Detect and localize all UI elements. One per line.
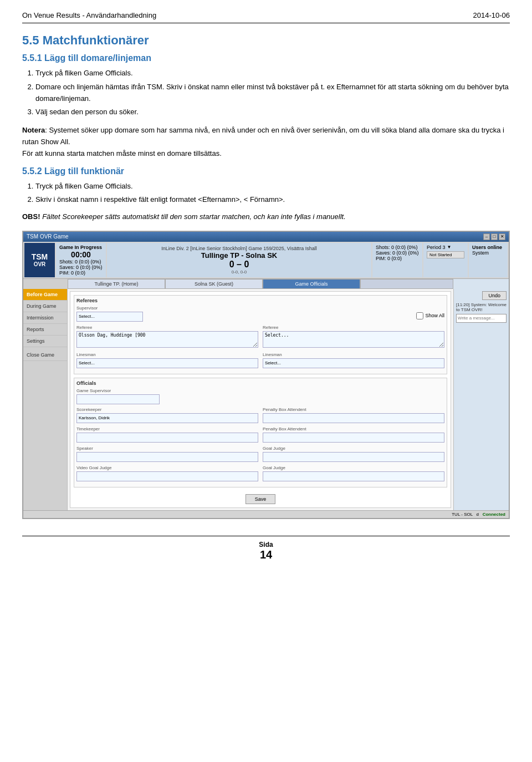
tsm-logo: TSM OVR <box>24 243 55 277</box>
step-2-2: Skriv i önskat namn i respektive fält en… <box>35 194 510 206</box>
goal-judge2-input[interactable] <box>263 471 444 481</box>
save-button[interactable]: Save <box>245 494 276 504</box>
period-label: Period 3 <box>427 245 446 250</box>
tsm-right-panel: Undo [11:20] System: Welcome to TSM OVR! <box>453 289 509 510</box>
timekeeper-row: Timekeeper Penalty Box Attendent <box>76 426 444 443</box>
show-all-checkbox[interactable] <box>416 312 423 319</box>
penalty-box2-input[interactable] <box>263 433 444 443</box>
scorekeeper-label: Scorekeeper <box>76 407 258 412</box>
goal-judge2-label: Goal Judge <box>263 465 444 470</box>
tsm-logo-line1: TSM <box>32 252 48 261</box>
section-5-5-2: 5.5.2 Lägg till funktionär Tryck på flik… <box>22 166 510 223</box>
steps-5-5-2: Tryck på fliken Game Officials. Skriv i … <box>22 181 510 206</box>
speaker-label: Speaker <box>76 446 258 451</box>
footer-number: 14 <box>22 548 510 561</box>
score-meta: 0-0, 0-0 <box>232 270 247 275</box>
scorekeeper-row: Scorekeeper Penalty Box Attendent <box>76 407 444 423</box>
supervisor-row: Supervisor Show All <box>76 306 444 322</box>
referee-row: Referee Olsson Dag, Huddinge [900 Refere… <box>76 325 444 349</box>
penalty-box1-label: Penalty Box Attendent <box>263 407 444 412</box>
top-bar: TSM OVR Game In Progress 00:00 Shots: 0 … <box>23 242 509 279</box>
doc-title: On Venue Results - Användarhandledning <box>22 11 156 19</box>
undo-button[interactable]: Undo <box>482 291 507 300</box>
timekeeper-label: Timekeeper <box>76 426 258 431</box>
referee1-label: Referee <box>76 325 258 330</box>
users-online-panel: Users online System <box>469 243 508 277</box>
penalty-box2-label: Penalty Box Attendent <box>263 426 444 431</box>
penalty-box1-col: Penalty Box Attendent <box>263 407 444 423</box>
pim-away: PIM: 0 (0:0) <box>376 256 419 261</box>
team-away-tab[interactable]: Solna SK (Guest) <box>165 279 263 289</box>
officials-subsection: Officials Game Supervisor Scorekeeper <box>74 378 447 487</box>
referee2-input[interactable]: Select... <box>263 331 444 348</box>
linesman2-input[interactable] <box>263 358 444 368</box>
linesman1-input[interactable] <box>76 358 258 368</box>
nav-reports[interactable]: Reports <box>23 324 67 336</box>
shots-away: Shots: 0 (0:0) (0%) <box>376 245 419 250</box>
game-status-label: Game In Progress <box>59 245 103 250</box>
not-started-badge: Not Started <box>427 251 464 258</box>
shots-home: Shots: 0 (0:0) (0%) <box>59 259 103 265</box>
status-text: TUL - SOL d Connected <box>452 512 505 517</box>
page-container: On Venue Results - Användarhandledning 2… <box>0 0 532 572</box>
status-connected: Connected <box>483 512 505 517</box>
team-home-tab[interactable]: Tullinge TP. (Home) <box>68 279 165 289</box>
steps-5-5-1: Tryck på fliken Game Officials. Domare o… <box>22 68 510 118</box>
scorekeeper-input[interactable] <box>76 413 258 423</box>
video-goal-col: Video Goal Judge <box>76 465 258 481</box>
note-block-5-5-1: Notera: Systemet söker upp domare som ha… <box>22 125 510 159</box>
team-tabs-row: Tullinge TP. (Home) Solna SK (Guest) Gam… <box>23 279 509 289</box>
officials-tab[interactable]: Game Officials <box>263 279 360 289</box>
footer-label: Sida <box>22 541 510 548</box>
tsm-content: Before Game During Game Intermission Rep… <box>23 289 509 510</box>
linesman1-label: Linesman <box>76 352 258 357</box>
undo-row: Undo <box>456 291 507 300</box>
section-5-5-2-heading: 5.5.2 Lägg till funktionär <box>22 166 510 176</box>
linesman2-col: Linesman <box>263 352 444 368</box>
video-goal-input[interactable] <box>76 471 258 481</box>
penalty-box1-input[interactable] <box>263 413 444 423</box>
step-1: Tryck på fliken Game Officials. <box>35 68 510 79</box>
supervisor-label: Supervisor <box>76 306 412 311</box>
teams-display: Tullinge TP - Solna SK <box>201 251 277 260</box>
step-2: Domare och linjemän hämtas ifrån TSM. Sk… <box>35 82 510 105</box>
period-area: Period 3 ▼ Not Started <box>423 243 468 277</box>
speaker-input[interactable] <box>76 452 258 462</box>
game-supervisor-input[interactable] <box>76 394 160 404</box>
officials-content: Referees Supervisor Show A <box>70 291 451 508</box>
close-button[interactable]: ✕ <box>499 233 505 240</box>
tsm-statusbar: TUL - SOL d Connected <box>23 510 509 518</box>
referee1-input[interactable]: Olsson Dag, Huddinge [900 <box>76 331 258 348</box>
officials-sub-title: Officials <box>76 380 444 386</box>
goal-judge2-col: Goal Judge <box>263 465 444 481</box>
period-arrow: ▼ <box>447 245 452 250</box>
section-5-5-1: 5.5.1 Lägg till domare/linjeman Tryck på… <box>22 53 510 160</box>
speaker-col: Speaker <box>76 446 258 462</box>
goal-judge1-label: Goal Judge <box>263 446 444 451</box>
tsm-titlebar: TSM OVR Game – □ ✕ <box>23 232 509 242</box>
screenshot-container: TSM OVR Game – □ ✕ TSM OVR <box>22 231 510 519</box>
titlebar-buttons: – □ ✕ <box>483 233 505 240</box>
obs-block: OBS! Fältet Scorekeeper sätts automatisk… <box>22 211 510 223</box>
maximize-button[interactable]: □ <box>491 233 498 240</box>
supervisor-input[interactable] <box>76 312 143 322</box>
video-goal-row: Video Goal Judge Goal Judge <box>76 465 444 481</box>
chat-area: Undo [11:20] System: Welcome to TSM OVR! <box>454 289 509 510</box>
nav-during-game[interactable]: During Game <box>23 301 67 312</box>
referees-title: Referees <box>76 298 444 303</box>
scorekeeper-col: Scorekeeper <box>76 407 258 423</box>
nav-intermission[interactable]: Intermission <box>23 312 67 324</box>
page-header: On Venue Results - Användarhandledning 2… <box>22 11 510 23</box>
score-display: 0 – 0 <box>229 260 249 270</box>
chat-input[interactable] <box>456 314 507 323</box>
nav-settings[interactable]: Settings <box>23 336 67 347</box>
step-3: Välj sedan den person du söker. <box>35 106 510 118</box>
minimize-button[interactable]: – <box>483 233 490 240</box>
nav-before-game[interactable]: Before Game <box>23 289 67 301</box>
step-2-1: Tryck på fliken Game Officials. <box>35 181 510 192</box>
goal-judge1-input[interactable] <box>263 452 444 462</box>
section-5-5: 5.5 Matchfunktionärer 5.5.1 Lägg till do… <box>22 33 510 519</box>
tsm-sidebar: Before Game During Game Intermission Rep… <box>23 289 68 510</box>
nav-close-game[interactable]: Close Game <box>23 349 67 361</box>
timekeeper-input[interactable] <box>76 433 258 443</box>
